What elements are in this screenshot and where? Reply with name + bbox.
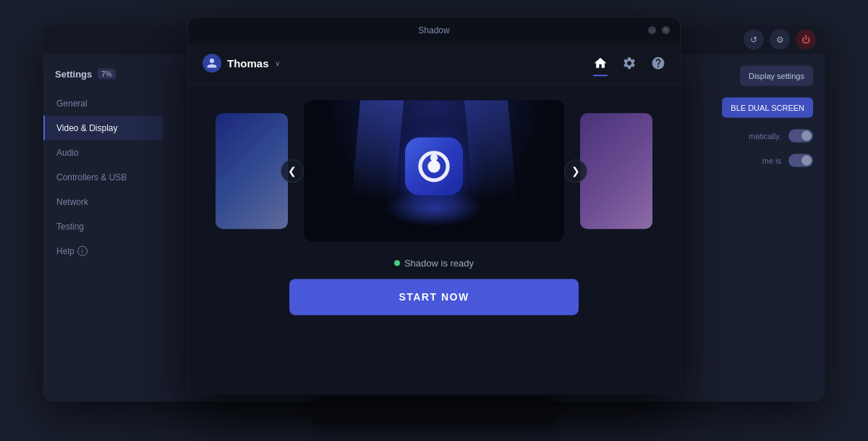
glow-circle bbox=[383, 190, 485, 227]
carousel-arrow-right[interactable]: ❯ bbox=[564, 159, 587, 182]
display-settings-button[interactable]: Display settings bbox=[740, 65, 813, 85]
sidebar: Settings 7% General Video & Display Audi… bbox=[43, 54, 163, 401]
sidebar-item-general[interactable]: General bbox=[43, 91, 163, 115]
user-section[interactable]: Thomas ∨ bbox=[203, 54, 280, 72]
main-header: Thomas ∨ bbox=[188, 43, 680, 84]
titlebar-title: Shadow bbox=[418, 25, 449, 35]
status-row: Shadow is ready bbox=[394, 258, 474, 269]
titlebar-controls: — ✕ bbox=[648, 26, 670, 34]
sidebar-item-network[interactable]: Network bbox=[43, 189, 163, 214]
carousel-slide-left bbox=[216, 113, 288, 229]
settings-gear-button[interactable]: ⚙ bbox=[770, 29, 790, 49]
sidebar-item-help[interactable]: Help i bbox=[43, 238, 163, 263]
sidebar-item-video-display[interactable]: Video & Display bbox=[43, 115, 163, 140]
sidebar-item-audio[interactable]: Audio bbox=[43, 140, 163, 164]
settings-badge: 7% bbox=[98, 68, 115, 79]
chevron-down-icon: ∨ bbox=[275, 59, 280, 67]
dock-bar bbox=[311, 396, 557, 427]
sidebar-item-controllers[interactable]: Controllers & USB bbox=[43, 164, 163, 189]
power-button[interactable]: ⏻ bbox=[796, 29, 816, 49]
sidebar-item-testing[interactable]: Testing bbox=[43, 214, 163, 238]
auto-text: matically. bbox=[749, 131, 781, 140]
home-icon[interactable] bbox=[593, 56, 608, 70]
help-circle-icon: i bbox=[77, 245, 88, 256]
carousel: ❮ ❯ bbox=[217, 98, 651, 243]
main-titlebar: Shadow — ✕ bbox=[188, 17, 680, 43]
user-avatar bbox=[203, 54, 221, 72]
refresh-button[interactable]: ↺ bbox=[744, 29, 764, 49]
svg-point-1 bbox=[427, 160, 440, 172]
carousel-slide-right bbox=[580, 113, 652, 229]
minimize-button[interactable]: — bbox=[648, 26, 656, 34]
sidebar-title: Settings bbox=[55, 68, 92, 79]
sidebar-header: Settings 7% bbox=[43, 65, 163, 91]
main-body: ❮ ❯ Sh bbox=[188, 84, 680, 394]
spotlight-left bbox=[352, 100, 404, 201]
spotlight-right bbox=[464, 100, 516, 201]
svg-rect-2 bbox=[430, 154, 438, 161]
carousel-arrow-left[interactable]: ❮ bbox=[281, 159, 304, 182]
help-icon[interactable] bbox=[651, 56, 665, 70]
shadow-app-icon bbox=[405, 137, 463, 195]
header-actions bbox=[593, 56, 665, 70]
settings-icon[interactable] bbox=[622, 56, 637, 70]
carousel-main-slide bbox=[304, 100, 564, 241]
time-toggle[interactable] bbox=[788, 154, 813, 167]
time-text: me is bbox=[762, 156, 781, 164]
start-now-button[interactable]: START NOW bbox=[289, 279, 579, 315]
dual-screen-button[interactable]: BLE DUAL SCREEN bbox=[722, 97, 813, 117]
main-window: Shadow — ✕ Thomas ∨ bbox=[188, 17, 680, 394]
user-name: Thomas bbox=[227, 57, 269, 70]
auto-toggle[interactable] bbox=[788, 129, 813, 142]
status-dot bbox=[394, 260, 400, 266]
status-text: Shadow is ready bbox=[404, 258, 474, 269]
close-button[interactable]: ✕ bbox=[662, 26, 670, 34]
